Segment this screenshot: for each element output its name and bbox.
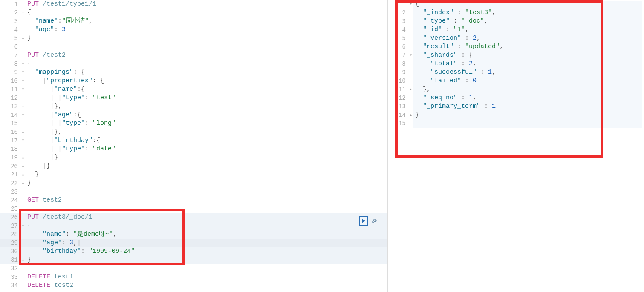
response-line[interactable]: 8 "total" : 2, bbox=[388, 60, 644, 68]
request-options-button[interactable] bbox=[371, 217, 378, 225]
code-content[interactable]: } bbox=[26, 171, 387, 179]
request-line[interactable]: 23 bbox=[0, 188, 387, 196]
response-line[interactable]: 10 "failed" : 0 bbox=[388, 77, 644, 85]
fold-marker[interactable]: ▴ bbox=[408, 111, 413, 119]
code-content[interactable]: "_version" : 2, bbox=[413, 34, 644, 43]
request-line[interactable]: 31▴} bbox=[0, 256, 387, 264]
response-line[interactable]: 12 "_seq_no" : 1, bbox=[388, 94, 644, 102]
response-line[interactable]: 13 "_primary_term" : 1 bbox=[388, 102, 644, 111]
code-content[interactable]: { bbox=[26, 60, 387, 68]
request-line[interactable]: 5▴} bbox=[0, 34, 387, 43]
request-editor[interactable]: 1PUT /test1/type1/12▾{3 "name":"周小洁",4 "… bbox=[0, 0, 388, 292]
fold-marker[interactable]: ▴ bbox=[20, 171, 26, 179]
code-content[interactable]: "_type" : "_doc", bbox=[413, 17, 644, 26]
code-content[interactable]: | |"type": "date" bbox=[26, 145, 387, 153]
request-line[interactable]: 16▴ |}, bbox=[0, 128, 387, 136]
response-line[interactable]: 11▴ }, bbox=[388, 85, 644, 94]
response-line[interactable]: 2 "_index" : "test3", bbox=[388, 9, 644, 17]
request-line[interactable]: 8▾{ bbox=[0, 60, 387, 68]
code-content[interactable]: "age": 3,| bbox=[26, 239, 387, 247]
code-content[interactable]: |"age":{ bbox=[26, 111, 387, 119]
code-content[interactable]: |} bbox=[26, 162, 387, 171]
code-content[interactable]: }, bbox=[413, 85, 644, 94]
code-content[interactable]: "name": "是demo呀~", bbox=[26, 230, 387, 239]
code-content[interactable]: |"birthday":{ bbox=[26, 136, 387, 145]
code-content[interactable]: } bbox=[413, 111, 644, 119]
fold-marker[interactable]: ▾ bbox=[408, 51, 413, 60]
code-content[interactable]: PUT /test1/type1/1 bbox=[26, 0, 387, 9]
request-line[interactable]: 1PUT /test1/type1/1 bbox=[0, 0, 387, 9]
request-line[interactable]: 2▾{ bbox=[0, 9, 387, 17]
request-line[interactable]: 26PUT /test3/_doc/1 bbox=[0, 213, 387, 222]
code-content[interactable]: "mappings": { bbox=[26, 68, 387, 77]
code-content[interactable]: | |"type": "long" bbox=[26, 119, 387, 128]
response-line[interactable]: 6 "result" : "updated", bbox=[388, 43, 644, 51]
code-content[interactable]: "_primary_term" : 1 bbox=[413, 102, 644, 111]
code-content[interactable]: "failed" : 0 bbox=[413, 77, 644, 85]
response-line[interactable]: 1▾{ bbox=[388, 0, 644, 9]
code-content[interactable]: "age": 3 bbox=[26, 26, 387, 34]
fold-marker[interactable]: ▾ bbox=[20, 9, 26, 17]
code-content[interactable]: |}, bbox=[26, 102, 387, 111]
code-content[interactable]: "birthday": "1999-09-24" bbox=[26, 247, 387, 256]
code-content[interactable]: |"name":{ bbox=[26, 85, 387, 94]
code-content[interactable]: DELETE test1 bbox=[26, 273, 387, 281]
code-content[interactable]: "result" : "updated", bbox=[413, 43, 644, 51]
code-content[interactable]: GET test2 bbox=[26, 196, 387, 205]
code-content[interactable] bbox=[26, 43, 387, 51]
request-line[interactable]: 27▾{ bbox=[0, 222, 387, 230]
code-content[interactable]: } bbox=[26, 256, 387, 264]
request-line[interactable]: 28 "name": "是demo呀~", bbox=[0, 230, 387, 239]
request-line[interactable]: 9▾ "mappings": { bbox=[0, 68, 387, 77]
code-content[interactable]: { bbox=[26, 222, 387, 230]
fold-marker[interactable]: ▴ bbox=[20, 34, 26, 43]
code-content[interactable]: } bbox=[26, 179, 387, 188]
fold-marker[interactable]: ▾ bbox=[20, 85, 26, 94]
response-line[interactable]: 7▾ "_shards" : { bbox=[388, 51, 644, 60]
request-line[interactable]: 25 bbox=[0, 205, 387, 213]
request-line[interactable]: 21▴ } bbox=[0, 171, 387, 179]
code-content[interactable]: "name":"周小洁", bbox=[26, 17, 387, 26]
code-content[interactable]: { bbox=[26, 9, 387, 17]
code-content[interactable]: |"properties": { bbox=[26, 77, 387, 85]
fold-marker[interactable]: ▴ bbox=[20, 153, 26, 162]
request-line[interactable]: 18 | |"type": "date" bbox=[0, 145, 387, 153]
fold-marker[interactable]: ▾ bbox=[20, 111, 26, 119]
code-content[interactable]: PUT /test2 bbox=[26, 51, 387, 60]
run-request-button[interactable] bbox=[359, 216, 368, 226]
fold-marker[interactable]: ▴ bbox=[20, 179, 26, 188]
request-line[interactable]: 13▴ |}, bbox=[0, 102, 387, 111]
code-content[interactable] bbox=[26, 188, 387, 196]
fold-marker[interactable]: ▾ bbox=[408, 0, 413, 9]
fold-marker[interactable]: ▴ bbox=[20, 128, 26, 136]
request-line[interactable]: 3 "name":"周小洁", bbox=[0, 17, 387, 26]
request-line[interactable]: 14▾ |"age":{ bbox=[0, 111, 387, 119]
request-line[interactable]: 19▴ |} bbox=[0, 153, 387, 162]
response-viewer[interactable]: ⋮ 1▾{2 "_index" : "test3",3 "_type" : "_… bbox=[388, 0, 644, 292]
request-line[interactable]: 22▴} bbox=[0, 179, 387, 188]
request-line[interactable]: 7PUT /test2 bbox=[0, 51, 387, 60]
request-line[interactable]: 11▾ |"name":{ bbox=[0, 85, 387, 94]
request-line[interactable]: 17▾ |"birthday":{ bbox=[0, 136, 387, 145]
fold-marker[interactable]: ▴ bbox=[408, 85, 413, 94]
fold-marker[interactable]: ▴ bbox=[20, 256, 26, 264]
request-line[interactable]: 4 "age": 3 bbox=[0, 26, 387, 34]
fold-marker[interactable]: ▾ bbox=[20, 77, 26, 85]
request-line[interactable]: 6 bbox=[0, 43, 387, 51]
code-content[interactable]: "_seq_no" : 1, bbox=[413, 94, 644, 102]
request-line[interactable]: 24GET test2 bbox=[0, 196, 387, 205]
response-line[interactable]: 14▴} bbox=[388, 111, 644, 119]
request-line[interactable]: 10▾ |"properties": { bbox=[0, 77, 387, 85]
code-content[interactable]: "_shards" : { bbox=[413, 51, 644, 60]
code-content[interactable]: |} bbox=[26, 153, 387, 162]
fold-marker[interactable]: ▾ bbox=[20, 60, 26, 68]
response-line[interactable]: 9 "successful" : 1, bbox=[388, 68, 644, 77]
code-content[interactable] bbox=[413, 119, 644, 128]
code-content[interactable]: "_id" : "1", bbox=[413, 26, 644, 34]
fold-marker[interactable]: ▾ bbox=[20, 68, 26, 77]
request-line[interactable]: 34DELETE test2 bbox=[0, 281, 387, 290]
code-content[interactable]: |}, bbox=[26, 128, 387, 136]
code-content[interactable]: "total" : 2, bbox=[413, 60, 644, 68]
fold-marker[interactable]: ▾ bbox=[20, 136, 26, 145]
code-content[interactable]: | |"type": "text" bbox=[26, 94, 387, 102]
